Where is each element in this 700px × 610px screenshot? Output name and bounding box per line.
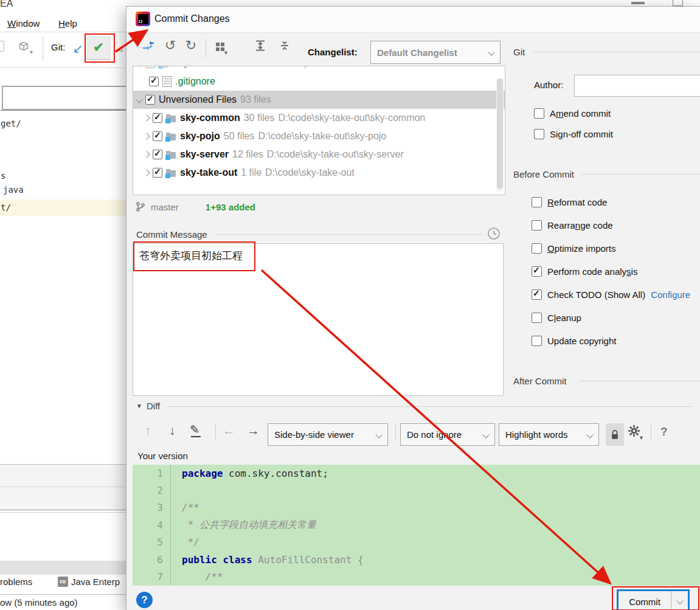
tree-item-meta: 12 files xyxy=(232,149,263,160)
tree-item-name: sky-common xyxy=(180,113,240,123)
tree-checkbox[interactable] xyxy=(145,95,155,105)
diff-settings-icon[interactable]: ▼ xyxy=(628,425,640,440)
clipped-toolbar-icon[interactable] xyxy=(0,41,4,52)
editor-input-fragment[interactable] xyxy=(2,86,132,110)
tab-problems[interactable]: roblems xyxy=(0,577,32,587)
tree-checkbox[interactable] xyxy=(153,131,162,141)
module-folder-icon xyxy=(166,151,176,159)
diff-code-pane[interactable]: 1package com.sky.constant;23/**4 * 公共字段自… xyxy=(133,465,700,586)
dialog-titlebar[interactable]: IJ Commit Changes xyxy=(126,7,700,33)
branch-name[interactable]: master xyxy=(151,202,179,212)
tree-item-name: sky-pojo xyxy=(180,131,220,142)
checkbox-option[interactable]: Update copyright xyxy=(532,334,690,347)
minimize-button[interactable] xyxy=(631,2,645,4)
next-difference-icon[interactable]: ↓ xyxy=(169,423,176,438)
tree-item-meta: 50 files xyxy=(224,131,255,142)
checkbox-label: Perform code analysis xyxy=(547,266,637,277)
tree-checkbox[interactable] xyxy=(145,66,155,68)
whitespace-dropdown[interactable]: Do not ignore xyxy=(400,423,495,446)
author-label: Author: xyxy=(534,80,563,90)
chevron-down-icon xyxy=(482,431,489,438)
checkbox-option[interactable]: Cleanup xyxy=(532,311,690,324)
group-by-icon[interactable]: ▼ xyxy=(212,38,229,55)
git-branch-icon xyxy=(135,201,146,212)
jump-to-source-icon[interactable]: ✎ xyxy=(190,423,199,437)
refresh-icon[interactable]: ↻ xyxy=(182,37,199,54)
checkbox[interactable] xyxy=(534,129,544,139)
tree-row[interactable]: sky-take-out1 fileD:\code\sky-take-out xyxy=(133,164,505,182)
tree-row[interactable]: sky-server12 filesD:\code\sky-take-out\s… xyxy=(133,145,505,164)
tree-row[interactable]: .gitignore xyxy=(133,72,505,91)
tree-checkbox[interactable] xyxy=(149,77,159,86)
tree-checkbox[interactable] xyxy=(153,113,162,123)
screenshot-canvas: EA Window Help ▼ Git: ↙ ✔ → get/ s java … xyxy=(0,0,700,610)
chevron-down-icon[interactable] xyxy=(136,66,142,67)
tree-item-name: Unversioned Files xyxy=(159,94,237,105)
viewer-type-dropdown[interactable]: Side-by-side viewer xyxy=(268,423,388,446)
checkbox[interactable] xyxy=(532,220,542,230)
chevron-right-icon[interactable] xyxy=(143,114,150,121)
tree-item-path: D:\code\sky-take-out\sky-server xyxy=(267,149,404,160)
tree-row[interactable]: Unversioned Files93 files xyxy=(133,91,505,109)
menu-help[interactable]: Help xyxy=(58,18,77,29)
tree-row[interactable]: sky-pojo50 filesD:\code\sky-take-out\sky… xyxy=(133,127,505,145)
collapse-all-icon[interactable] xyxy=(276,37,293,54)
tree-row[interactable]: sky-take-out1 fileD:\code\sky-take-out xyxy=(133,66,505,72)
checkbox[interactable] xyxy=(532,313,542,323)
previous-file-icon[interactable]: ← xyxy=(223,423,235,438)
line-number: 4 xyxy=(133,516,171,533)
rollback-icon[interactable]: ↺ xyxy=(162,37,179,54)
chevron-right-icon[interactable] xyxy=(143,169,150,176)
checkbox-option[interactable]: Perform code analysis xyxy=(532,265,690,278)
tree-checkbox[interactable] xyxy=(153,168,162,178)
tree-checkbox[interactable] xyxy=(153,150,162,159)
menu-window[interactable]: Window xyxy=(7,18,40,29)
checkbox-option[interactable]: Optimize imports xyxy=(532,241,690,255)
checkbox[interactable] xyxy=(532,336,542,346)
checkbox[interactable] xyxy=(534,108,544,119)
branch-row: master 1+93 added xyxy=(135,201,255,212)
tree-item-meta: 30 files xyxy=(244,113,275,123)
git-update-icon[interactable]: ↙ xyxy=(69,38,86,59)
move-to-changelist-icon[interactable] xyxy=(140,37,157,54)
commit-changes-dialog: IJ Commit Changes ↺ ↻ ▼ xyxy=(126,6,700,610)
chevron-right-icon[interactable] xyxy=(143,151,150,158)
diff-collapse-icon[interactable]: ▼ xyxy=(136,403,142,409)
expand-all-icon[interactable] xyxy=(252,37,269,54)
checkbox-option[interactable]: Sign-off commit xyxy=(534,127,613,140)
lock-scroll-icon[interactable] xyxy=(606,423,624,446)
message-history-icon[interactable] xyxy=(487,227,501,243)
previous-difference-icon[interactable]: ↑ xyxy=(145,423,151,438)
checkbox-option[interactable]: Rearrange code xyxy=(532,218,690,232)
build-artifact-icon[interactable]: ▼ xyxy=(16,38,32,54)
editor-text-fragment: s xyxy=(1,171,5,181)
configure-link[interactable]: Configure xyxy=(651,289,690,300)
chevron-down-icon[interactable] xyxy=(136,96,142,103)
next-file-icon[interactable]: → xyxy=(247,423,260,438)
tree-scrollbar[interactable] xyxy=(496,78,504,192)
checkbox[interactable] xyxy=(532,243,542,254)
checkbox[interactable] xyxy=(532,289,542,300)
checkbox-option[interactable]: Reformat code xyxy=(532,195,690,209)
module-folder-icon xyxy=(166,114,176,122)
highlight-mode-dropdown[interactable]: Highlight words xyxy=(499,423,599,446)
changelist-dropdown[interactable]: Default Changelist xyxy=(370,41,501,64)
tab-java-enterprise[interactable]: EE Java Enterp xyxy=(58,577,120,587)
tree-item-name: sky-server xyxy=(180,149,229,160)
checkbox-option[interactable]: Amend commit xyxy=(534,106,613,120)
checkbox[interactable] xyxy=(532,197,542,207)
tree-item-path: D:\code\sky-take-out xyxy=(258,66,347,69)
code-line: 3/** xyxy=(133,499,700,516)
help-button[interactable]: ? xyxy=(136,592,153,608)
annotation-box-git-commit-icon xyxy=(85,33,115,63)
restore-button[interactable] xyxy=(673,0,683,6)
checkbox[interactable] xyxy=(532,266,542,277)
diff-help-icon[interactable]: ? xyxy=(660,425,668,438)
checkbox-label: Optimize imports xyxy=(547,243,616,254)
author-input[interactable] xyxy=(574,75,700,97)
tree-row[interactable]: sky-common30 filesD:\code\sky-take-out\s… xyxy=(133,109,505,127)
chevron-right-icon[interactable] xyxy=(143,133,150,139)
code-text: public class AutoFillConstant { xyxy=(171,554,364,566)
checkbox-option[interactable]: Check TODO (Show All)Configure xyxy=(532,288,690,301)
editor-highlighted-line xyxy=(0,199,126,216)
